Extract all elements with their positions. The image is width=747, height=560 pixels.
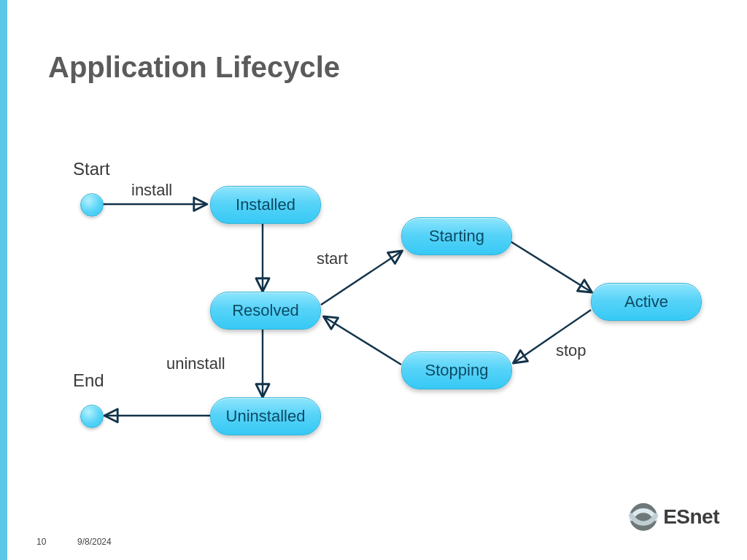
node-uninstalled: Uninstalled [210,397,321,435]
node-stopping: Stopping [401,351,512,389]
node-starting: Starting [401,217,512,255]
arrows-layer [7,0,747,560]
end-dot [80,405,104,428]
edge-install-label: install [131,181,172,200]
node-label: Uninstalled [226,407,306,426]
start-dot [80,193,104,217]
node-installed: Installed [210,186,321,224]
node-active: Active [591,283,702,321]
slide: Application Lifecycle [7,0,747,560]
node-label: Active [624,292,668,311]
node-label: Resolved [232,301,299,320]
esnet-globe-icon [628,502,659,532]
start-label: Start [73,159,110,179]
brand-text: ESnet [663,505,719,529]
brand-logo: ESnet [628,502,719,532]
footer-date: 9/8/2024 [77,537,112,547]
edge-stop-label: stop [556,341,587,360]
accent-sidebar [0,0,7,560]
svg-line-3 [509,241,591,292]
svg-line-5 [325,317,401,365]
node-label: Installed [236,195,295,214]
node-resolved: Resolved [210,292,321,330]
diagram-canvas: Start End Installed Resolved Uninstalled… [7,0,747,560]
node-label: Stopping [425,361,489,380]
page-number: 10 [36,537,46,547]
edge-uninstall-label: uninstall [166,354,225,373]
edge-start-label: start [317,249,348,268]
end-label: End [73,370,104,391]
node-label: Starting [429,227,484,246]
